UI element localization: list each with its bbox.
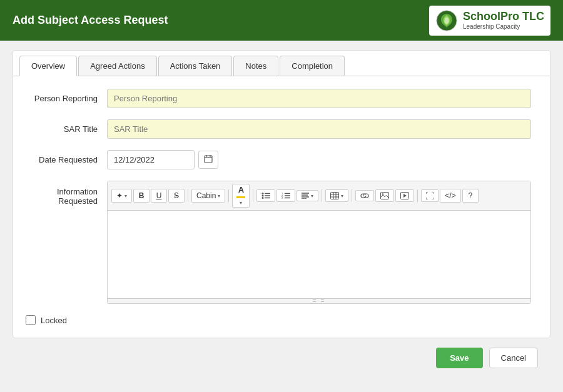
rich-text-editor: ✦▾ B U S Cabin ▾ A ▾ bbox=[107, 181, 531, 304]
font-color-letter: A bbox=[238, 186, 244, 194]
tab-actions-taken[interactable]: Actions Taken bbox=[158, 56, 233, 76]
editor-body[interactable] bbox=[108, 211, 530, 298]
svg-point-6 bbox=[262, 193, 264, 194]
font-color-bar bbox=[236, 196, 245, 198]
svg-point-28 bbox=[382, 193, 383, 194]
information-requested-row: Information Requested ✦▾ B U S Cabin ▾ bbox=[26, 181, 531, 304]
person-reporting-row: Person Reporting bbox=[26, 89, 531, 108]
logo-text: SchoolPro TLC Leadership Capacity bbox=[463, 10, 544, 31]
sar-title-row: SAR Title bbox=[26, 119, 531, 139]
tab-completion[interactable]: Completion bbox=[280, 56, 345, 76]
ordered-list-icon: 1. 2. 3. bbox=[282, 192, 290, 199]
align-icon bbox=[302, 193, 309, 199]
save-button[interactable]: Save bbox=[436, 348, 482, 368]
toolbar-link-btn[interactable] bbox=[355, 190, 374, 201]
toolbar-bold-btn[interactable]: B bbox=[133, 189, 150, 203]
page-footer: Save Cancel bbox=[13, 338, 550, 378]
toolbar-ordered-list-btn[interactable]: 1. 2. 3. bbox=[276, 189, 295, 202]
toolbar-strikethrough-btn[interactable]: S bbox=[168, 189, 185, 203]
svg-marker-30 bbox=[403, 194, 407, 198]
sar-title-label: SAR Title bbox=[26, 119, 107, 134]
form-card: Overview Agreed Actions Actions Taken No… bbox=[13, 50, 550, 338]
toolbar-special-btn[interactable]: ✦▾ bbox=[111, 189, 132, 203]
cancel-button[interactable]: Cancel bbox=[489, 348, 538, 368]
logo-area: SchoolPro TLC Leadership Capacity bbox=[429, 6, 550, 36]
toolbar-sep-1 bbox=[188, 189, 188, 202]
svg-rect-22 bbox=[331, 193, 339, 199]
editor-resize-handle[interactable]: = = bbox=[108, 298, 530, 303]
toolbar-code-btn[interactable]: </> bbox=[440, 189, 460, 203]
logo-subtitle: Leadership Capacity bbox=[463, 23, 544, 31]
toolbar-fullscreen-btn[interactable] bbox=[421, 189, 439, 202]
person-reporting-input[interactable] bbox=[107, 89, 531, 108]
toolbar-unordered-list-btn[interactable] bbox=[256, 189, 275, 202]
header: Add Subject Access Request SchoolPro TLC… bbox=[0, 0, 563, 41]
date-requested-row: Date Requested bbox=[26, 150, 531, 169]
image-icon bbox=[380, 192, 389, 199]
fullscreen-icon bbox=[426, 192, 434, 199]
page-title: Add Subject Access Request bbox=[13, 14, 168, 27]
toolbar-font-color-btn[interactable]: A ▾ bbox=[232, 184, 250, 208]
schoolpro-logo-icon bbox=[435, 9, 458, 32]
sar-title-input[interactable] bbox=[107, 119, 531, 139]
tab-overview[interactable]: Overview bbox=[19, 56, 77, 76]
svg-text:3.: 3. bbox=[282, 196, 283, 199]
main-container: Overview Agreed Actions Actions Taken No… bbox=[0, 41, 563, 387]
editor-wrap: ✦▾ B U S Cabin ▾ A ▾ bbox=[107, 181, 531, 304]
link-icon bbox=[360, 193, 369, 199]
font-color-caret: ▾ bbox=[240, 200, 242, 206]
table-icon bbox=[330, 192, 339, 199]
toolbar-underline-btn[interactable]: U bbox=[151, 189, 167, 203]
toolbar-align-btn[interactable]: ▾ bbox=[297, 190, 318, 201]
svg-point-10 bbox=[262, 197, 264, 199]
toolbar-sep-2 bbox=[228, 189, 229, 202]
tabs-bar: Overview Agreed Actions Actions Taken No… bbox=[13, 51, 550, 76]
svg-rect-2 bbox=[205, 156, 212, 163]
toolbar-media-btn[interactable] bbox=[395, 189, 414, 202]
locked-row: Locked bbox=[26, 315, 531, 325]
resize-dots: = = bbox=[313, 298, 325, 304]
locked-checkbox[interactable] bbox=[26, 315, 36, 325]
sar-title-wrap bbox=[107, 119, 531, 139]
svg-point-8 bbox=[262, 195, 264, 197]
toolbar-table-btn[interactable]: ▾ bbox=[325, 189, 348, 202]
date-requested-input[interactable] bbox=[107, 150, 195, 169]
toolbar-image-btn[interactable] bbox=[375, 189, 394, 202]
date-requested-label: Date Requested bbox=[26, 150, 107, 164]
form-area: Person Reporting SAR Title Date Requeste… bbox=[13, 76, 550, 338]
locked-label: Locked bbox=[41, 316, 67, 325]
date-requested-wrap bbox=[107, 150, 531, 169]
media-icon bbox=[400, 192, 409, 199]
toolbar-sep-3 bbox=[253, 189, 253, 202]
toolbar-help-btn[interactable]: ? bbox=[462, 189, 479, 203]
information-requested-label: Information Requested bbox=[26, 181, 107, 206]
calendar-icon bbox=[204, 154, 213, 163]
toolbar-sep-4 bbox=[322, 189, 322, 202]
person-reporting-label: Person Reporting bbox=[26, 89, 107, 103]
person-reporting-wrap bbox=[107, 89, 531, 108]
svg-point-1 bbox=[444, 17, 449, 24]
toolbar-sep-6 bbox=[417, 189, 418, 202]
logo-name: SchoolPro TLC bbox=[463, 10, 544, 24]
unordered-list-icon bbox=[261, 192, 270, 199]
tab-agreed-actions[interactable]: Agreed Actions bbox=[78, 56, 156, 76]
tab-notes[interactable]: Notes bbox=[233, 56, 278, 76]
toolbar-sep-5 bbox=[352, 189, 352, 202]
editor-toolbar: ✦▾ B U S Cabin ▾ A ▾ bbox=[108, 181, 530, 211]
calendar-button[interactable] bbox=[198, 151, 218, 169]
toolbar-font-btn[interactable]: Cabin ▾ bbox=[191, 189, 225, 203]
